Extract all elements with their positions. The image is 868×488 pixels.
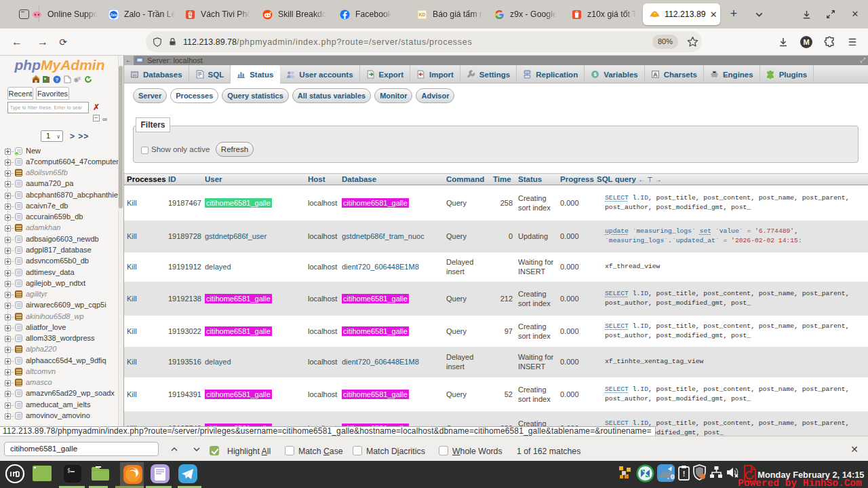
svg-text:$: $ [67, 468, 71, 474]
svg-text:KD: KD [419, 12, 426, 17]
svg-text:M: M [803, 38, 809, 46]
svg-text:!: ! [683, 470, 686, 478]
svg-text:A: A [653, 71, 658, 78]
svg-text:?: ? [56, 77, 59, 83]
svg-text:Zalo: Zalo [110, 13, 117, 16]
svg-text:S: S [189, 13, 192, 17]
svg-text:.0: .0 [666, 473, 675, 481]
